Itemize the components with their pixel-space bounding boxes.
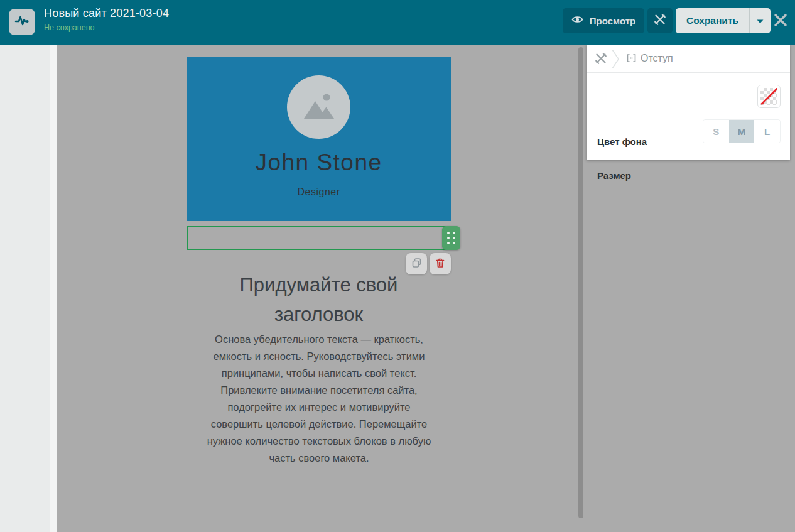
- size-segmented-control: S M L: [703, 119, 781, 143]
- site-title: Новый сайт 2021-03-04: [44, 7, 169, 20]
- bg-color-label: Цвет фона: [597, 136, 647, 147]
- transparent-color-icon: [760, 88, 777, 105]
- breadcrumb-chevron-icon: [612, 50, 619, 71]
- page-heading[interactable]: Придумайте свой заголовок: [187, 270, 451, 329]
- spacing-small-icon: [626, 53, 637, 65]
- selected-spacer-block[interactable]: [187, 226, 451, 250]
- design-tools-button[interactable]: [647, 8, 673, 33]
- crossed-pencils-icon-gray[interactable]: [594, 52, 608, 68]
- drag-handle[interactable]: [442, 226, 460, 250]
- drag-dots-icon: [447, 232, 455, 244]
- avatar-placeholder[interactable]: [287, 75, 350, 139]
- canvas-scrollbar[interactable]: [578, 47, 583, 518]
- save-split-button: Сохранить: [676, 8, 771, 33]
- close-icon: [773, 13, 788, 30]
- preview-button[interactable]: Просмотр: [563, 8, 644, 33]
- cover-name[interactable]: John Stone: [187, 149, 451, 176]
- eye-icon: [571, 15, 583, 26]
- save-label: Сохранить: [686, 15, 738, 26]
- site-title-block: Новый сайт 2021-03-04 Не сохранено: [44, 7, 169, 32]
- crossed-pencils-icon: [653, 13, 667, 29]
- chevron-down-icon: [757, 15, 764, 26]
- size-option-m-selected[interactable]: M: [729, 120, 755, 143]
- save-button[interactable]: Сохранить: [676, 8, 749, 33]
- save-status: Не сохранено: [44, 23, 169, 32]
- copy-icon: [411, 258, 422, 271]
- page-paragraph[interactable]: Основа убедительного текста — краткость,…: [202, 331, 436, 467]
- widgets-sidebar: [0, 45, 50, 532]
- site-builder-app: Новый сайт 2021-03-04 Не сохранено Просм…: [0, 0, 795, 532]
- panel-title: Отступ: [641, 53, 673, 64]
- save-dropdown-button[interactable]: [750, 8, 771, 33]
- cover-role[interactable]: Designer: [187, 187, 451, 198]
- size-option-s[interactable]: S: [703, 120, 729, 143]
- settings-panel: Отступ Цвет фона Размер S M L: [587, 45, 790, 160]
- image-placeholder-icon: [301, 90, 337, 125]
- app-logo[interactable]: [9, 9, 35, 35]
- pulse-icon: [14, 13, 30, 31]
- size-option-l[interactable]: L: [754, 120, 780, 143]
- settings-panel-header: Отступ: [587, 45, 790, 73]
- close-button[interactable]: [770, 11, 791, 32]
- trash-icon: [435, 258, 445, 271]
- bg-color-swatch-button[interactable]: [757, 85, 781, 108]
- preview-label: Просмотр: [590, 16, 635, 26]
- sidebar-gutter: [50, 45, 57, 532]
- size-label: Размер: [597, 170, 631, 181]
- top-bar: Новый сайт 2021-03-04 Не сохранено Просм…: [0, 0, 795, 45]
